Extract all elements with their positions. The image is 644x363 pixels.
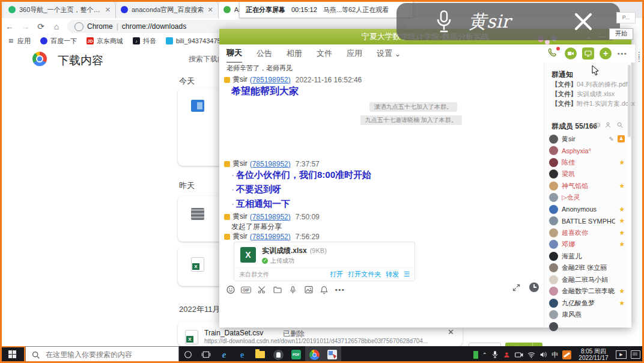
bookmark-apps[interactable]: ⊞ 应用	[7, 37, 31, 46]
sidebar-scrollbar[interactable]	[628, 65, 631, 137]
tab-chat[interactable]: 聊天	[226, 44, 242, 63]
member-row[interactable]: 神气馅馅★	[549, 180, 625, 191]
sender-uin-link[interactable]: (785198952)	[250, 160, 291, 168]
tab-apps[interactable]: 应用	[347, 44, 362, 63]
notice-file-item[interactable]: 【文件】04.列表的操作.pdf	[551, 81, 628, 89]
member-row[interactable]: 康风燕	[549, 310, 625, 320]
tab-announcement[interactable]: 公告	[257, 44, 272, 63]
video-call-icon[interactable]	[565, 47, 577, 59]
action-center-icon[interactable]	[631, 350, 640, 359]
cortana-icon[interactable]	[179, 346, 197, 363]
more-tools-icon[interactable]: ⋯	[335, 285, 345, 295]
search-member-icon[interactable]	[616, 121, 624, 129]
overlay-close-icon[interactable]	[572, 10, 595, 33]
expand-input-icon[interactable]	[512, 283, 521, 292]
member-row[interactable]: Anonymous★	[549, 204, 625, 215]
tray-wps-icon[interactable]	[562, 350, 571, 359]
reload-icon[interactable]: ⟳	[36, 22, 46, 31]
member-row[interactable]: 海蓝儿	[549, 251, 625, 261]
chat-message-area[interactable]: 老师辛苦了，老师再见 黄sir(785198952) 2022-11-16 16…	[219, 63, 544, 328]
download-filename[interactable]: Train_DataSet.csv	[204, 329, 263, 337]
battery-icon[interactable]	[473, 351, 478, 359]
open-file-link[interactable]: 打开	[330, 270, 343, 279]
open-folder-link[interactable]: 打开文件夹	[348, 270, 381, 279]
member-row[interactable]: 陈佳★	[549, 157, 625, 168]
gif-icon[interactable]: GIF	[241, 285, 251, 295]
member-row[interactable]: ▷仓灵	[549, 192, 625, 203]
member-row[interactable]: 黄sir✎♟	[549, 133, 625, 144]
screenshot-scissors-icon[interactable]	[257, 285, 267, 295]
screen-share-icon[interactable]	[582, 47, 594, 59]
edit-pencil-icon[interactable]: ✎	[609, 136, 614, 142]
tab-close-icon[interactable]: ✕	[207, 6, 213, 14]
pdf-app-icon[interactable]: PDF	[287, 346, 305, 363]
browser-menu-icon[interactable]: ⋮⋮	[636, 53, 643, 61]
tray-volume-icon[interactable]	[539, 351, 547, 358]
forward-link[interactable]: 转发	[386, 270, 399, 279]
remove-download-icon[interactable]: ✕	[448, 328, 454, 337]
browser-profile-chip[interactable]: P...	[616, 12, 636, 23]
add-icon[interactable]: +	[600, 47, 612, 59]
bookmark-baidu[interactable]: 百度一下	[40, 37, 77, 46]
downloads-search[interactable]: 搜索下载内容	[184, 54, 219, 64]
chrome-taskbar-icon[interactable]	[305, 346, 323, 363]
tab-close-icon[interactable]: ✕	[105, 6, 111, 14]
tray-video-icon[interactable]: ▶	[616, 350, 627, 359]
task-view-icon[interactable]	[197, 346, 215, 363]
back-icon[interactable]: ←	[5, 22, 14, 31]
taskbar-clock[interactable]: 8:05 周四 2022/11/17	[576, 348, 612, 361]
member-row[interactable]: 超喜欢你★	[549, 227, 625, 238]
member-row[interactable]: 金融二班马小娟	[549, 274, 625, 285]
sender-uin-link[interactable]: (785198952)	[250, 76, 291, 84]
sender-uin-link[interactable]: (785198952)	[250, 233, 291, 241]
tab-settings[interactable]: 设置 ⌄	[377, 44, 401, 63]
add-member-icon[interactable]	[605, 121, 612, 129]
bookmark-jd[interactable]: JD 京东商城	[87, 37, 123, 46]
taskbar-search-input[interactable]	[44, 350, 167, 359]
member-row[interactable]: Asphyxia°	[549, 145, 625, 156]
ie-icon[interactable]: e	[215, 346, 233, 363]
message-history-icon[interactable]	[529, 282, 539, 292]
member-row[interactable]: 金融2班 张立丽	[549, 263, 625, 273]
recorder-app-icon[interactable]	[269, 346, 287, 363]
member-game-icon[interactable]	[594, 121, 601, 129]
tray-mic-icon[interactable]	[491, 350, 499, 359]
ime-indicator[interactable]: 中	[551, 350, 558, 359]
tray-camera-icon[interactable]	[515, 352, 523, 358]
browser-tab-360[interactable]: 360导航_一个主页，整个世界 ✕	[4, 1, 116, 18]
voice-message-icon[interactable]	[288, 285, 298, 295]
member-row[interactable]: BATTLE SYMPHONY★	[549, 216, 625, 227]
browser-tab-anaconda-baidu[interactable]: anaconda官网_百度搜索 ✕	[116, 1, 219, 18]
taskbar-search[interactable]	[25, 346, 179, 363]
paint-app-icon[interactable]	[323, 346, 341, 363]
member-row[interactable]: 邓娜★	[549, 239, 625, 250]
bookmark-douyin[interactable]: ♪ 抖音	[133, 37, 156, 46]
file-menu-icon[interactable]: ☰	[404, 270, 410, 278]
file-source: 来自群文件	[239, 270, 269, 279]
member-avatar	[549, 275, 558, 284]
image-icon[interactable]	[303, 285, 314, 295]
more-actions-icon[interactable]: ⋯	[617, 48, 627, 59]
shared-file-card[interactable]: X 实训成绩.xlsx(9KB) ✓ 上传成功 来自群文件 打开 打开文件夹 转…	[234, 242, 415, 281]
sender-uin-link[interactable]: (785198952)	[250, 213, 291, 221]
start-button[interactable]	[0, 346, 25, 363]
member-row[interactable]: 金融数学二班李晓花★	[549, 286, 625, 297]
hidden-icons-chevron[interactable]: ⌃	[482, 352, 487, 358]
emoji-icon[interactable]	[225, 285, 235, 295]
tray-wifi-icon[interactable]	[527, 352, 535, 358]
edge-icon[interactable]: e	[233, 346, 251, 363]
home-icon[interactable]: ⌂	[52, 22, 61, 31]
file-explorer-icon[interactable]	[251, 346, 269, 363]
member-row[interactable]: 梁凯	[549, 169, 625, 180]
shake-bell-icon[interactable]	[319, 285, 329, 295]
notice-file-item[interactable]: 【文件】实训成绩.xlsx	[551, 90, 615, 99]
forward-icon[interactable]: →	[20, 22, 30, 31]
tab-album[interactable]: 相册	[287, 44, 302, 63]
tray-qq-icon[interactable]	[503, 351, 511, 359]
notice-file-item[interactable]: 【文件】附件1.实训方案.docx	[551, 100, 635, 108]
tab-files[interactable]: 文件	[317, 44, 332, 63]
member-row[interactable]: 九亿酸鱼梦★	[549, 297, 625, 308]
voice-call-icon[interactable]	[547, 47, 559, 59]
send-file-icon[interactable]	[272, 285, 282, 295]
member-row[interactable]	[549, 321, 625, 332]
